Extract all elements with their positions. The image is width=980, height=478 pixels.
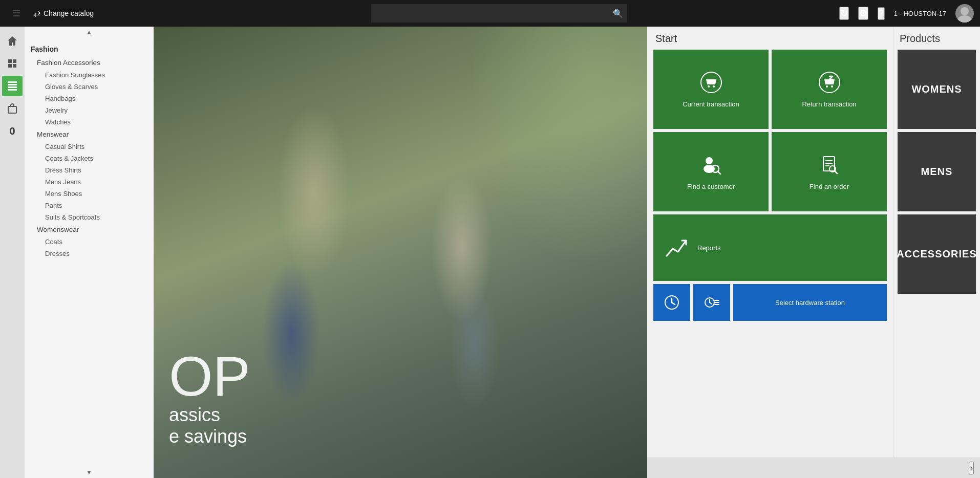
promo-line2: e savings	[169, 426, 250, 447]
find-order-tile[interactable]: Find an order	[772, 132, 887, 211]
search-button[interactable]: 🔍	[613, 9, 623, 18]
find-customer-tile[interactable]: Find a customer	[653, 132, 769, 211]
category-item[interactable]: Mens Shoes	[25, 188, 154, 200]
small-tiles-row: Select hardware station	[653, 284, 887, 321]
help-button[interactable]: ?	[878, 7, 885, 20]
top-bar: ☰ ⇄ Change catalog 🔍 ↻ ⚙ ? 1 - HOUSTON-1…	[0, 0, 980, 27]
top-bar-right: ↻ ⚙ ? 1 - HOUSTON-17	[839, 4, 974, 23]
svg-rect-7	[8, 84, 17, 85]
category-item[interactable]: Fashion Accessories	[25, 56, 154, 69]
svg-line-26	[835, 171, 837, 173]
right-panel: Start Current transacti	[647, 27, 980, 478]
find-order-icon	[818, 154, 841, 178]
svg-rect-2	[8, 59, 12, 63]
right-sections: Start Current transacti	[647, 27, 980, 458]
promo-text: OP assics e savings	[169, 348, 250, 447]
svg-rect-10	[8, 106, 16, 113]
reports-tile[interactable]: Reports	[653, 214, 887, 281]
category-item[interactable]: Jewelry	[25, 104, 154, 116]
svg-point-15	[826, 85, 828, 88]
products-section-title: Products	[898, 33, 976, 45]
main-tiles-grid: Current transaction	[653, 50, 887, 211]
svg-rect-9	[8, 89, 17, 91]
top-bar-left: ☰ ⇄ Change catalog	[6, 3, 160, 24]
hamburger-menu-button[interactable]: ☰	[6, 3, 27, 24]
find-customer-icon	[700, 154, 722, 178]
category-item[interactable]: Pants	[25, 200, 154, 211]
svg-line-20	[718, 171, 720, 174]
change-catalog-label: Change catalog	[44, 9, 94, 17]
sidebar-item-pos[interactable]	[2, 76, 23, 96]
promo-image-area: OP assics e savings	[154, 27, 647, 478]
scroll-right-button[interactable]: ›	[969, 462, 974, 474]
svg-point-13	[713, 85, 715, 88]
bottom-bar: ›	[647, 458, 980, 478]
product-tile-mens[interactable]: MENS	[898, 132, 976, 211]
category-item[interactable]: Dresses	[25, 248, 154, 259]
sidebar-nav-icons: 0	[0, 27, 25, 478]
category-item[interactable]: Dress Shirts	[25, 164, 154, 176]
category-item[interactable]: Watches	[25, 116, 154, 128]
return-transaction-label: Return transaction	[802, 100, 856, 108]
category-item[interactable]: Coats & Jackets	[25, 153, 154, 164]
time-list-tile[interactable]	[693, 284, 730, 321]
search-input[interactable]	[371, 4, 627, 23]
category-item[interactable]: Gloves & Scarves	[25, 81, 154, 93]
current-transaction-label: Current transaction	[683, 100, 739, 108]
start-section-title: Start	[653, 33, 887, 45]
time-clock-tile[interactable]	[653, 284, 690, 321]
svg-line-29	[672, 302, 675, 305]
category-item[interactable]: Mens Jeans	[25, 176, 154, 188]
start-section: Start Current transacti	[647, 27, 893, 458]
select-hardware-label: Select hardware station	[775, 299, 845, 307]
return-transaction-icon	[818, 71, 841, 95]
top-bar-center: 🔍	[160, 4, 839, 23]
settings-button[interactable]: ⚙	[858, 7, 868, 20]
store-name: 1 - HOUSTON-17	[894, 10, 946, 17]
svg-point-16	[831, 85, 833, 88]
product-tile-accessories[interactable]: ACCESSORIES	[898, 214, 976, 294]
svg-rect-3	[13, 59, 16, 63]
promo-big-text: OP	[169, 348, 250, 404]
sidebar-item-catalog[interactable]	[2, 53, 23, 74]
svg-point-0	[961, 7, 969, 15]
select-hardware-tile[interactable]: Select hardware station	[733, 284, 887, 321]
change-catalog-icon: ⇄	[34, 9, 40, 18]
category-item[interactable]: Fashion Sunglasses	[25, 69, 154, 81]
category-item[interactable]: Menswear	[25, 128, 154, 141]
sidebar: 0 ▲ FashionFashion AccessoriesFashion Su…	[0, 27, 154, 478]
svg-point-1	[957, 15, 972, 23]
svg-line-32	[710, 302, 712, 304]
svg-rect-8	[8, 86, 17, 88]
sidebar-item-home[interactable]	[2, 31, 23, 51]
category-item[interactable]: Casual Shirts	[25, 141, 154, 153]
current-transaction-icon	[700, 71, 722, 95]
category-item[interactable]: Fashion	[25, 42, 154, 56]
product-tile-womens[interactable]: WOMENS	[898, 50, 976, 129]
sidebar-item-count[interactable]: 0	[2, 121, 23, 141]
category-tree: FashionFashion AccessoriesFashion Sungla…	[25, 38, 154, 467]
scroll-down-button[interactable]: ▼	[25, 467, 154, 478]
category-item[interactable]: Womenswear	[25, 223, 154, 236]
return-transaction-tile[interactable]: Return transaction	[772, 50, 887, 129]
main-content: 0 ▲ FashionFashion AccessoriesFashion Su…	[0, 27, 980, 478]
svg-point-17	[706, 157, 713, 164]
category-item[interactable]: Handbags	[25, 93, 154, 104]
change-catalog-button[interactable]: ⇄ Change catalog	[34, 9, 94, 18]
svg-point-12	[708, 85, 710, 88]
svg-rect-5	[13, 64, 16, 68]
find-order-label: Find an order	[809, 183, 849, 190]
products-section: Products WOMENS MENS ACCESSORIES	[893, 27, 980, 458]
find-customer-label: Find a customer	[687, 183, 735, 190]
scroll-up-button[interactable]: ▲	[25, 27, 154, 38]
category-item[interactable]: Suits & Sportcoats	[25, 211, 154, 223]
category-item[interactable]: Coats	[25, 236, 154, 248]
current-transaction-tile[interactable]: Current transaction	[653, 50, 769, 129]
search-wrapper: 🔍	[371, 4, 627, 23]
reports-label: Reports	[697, 244, 721, 252]
svg-rect-4	[8, 64, 12, 68]
refresh-button[interactable]: ↻	[839, 7, 849, 20]
sidebar-item-bag[interactable]	[2, 98, 23, 119]
svg-rect-6	[8, 81, 17, 83]
promo-line1: assics	[169, 404, 250, 426]
